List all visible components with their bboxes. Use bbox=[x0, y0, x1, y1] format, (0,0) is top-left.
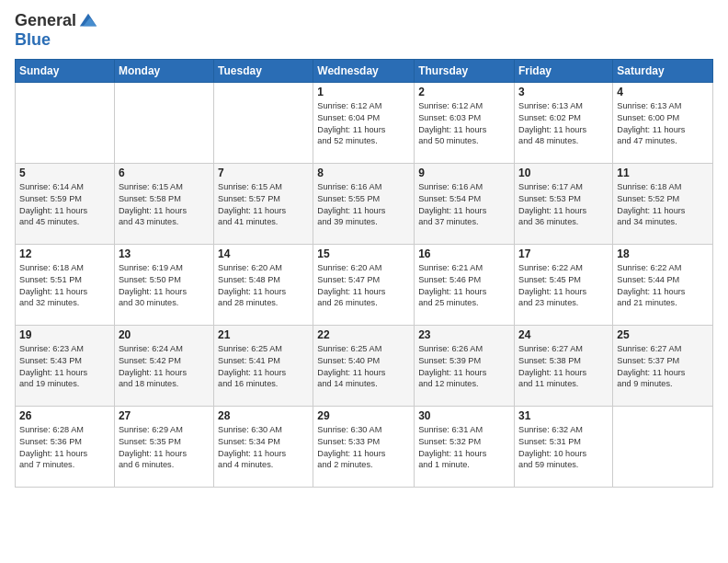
day-number: 21 bbox=[218, 328, 309, 341]
calendar-cell: 15Sunrise: 6:20 AM Sunset: 5:47 PM Dayli… bbox=[313, 244, 415, 325]
day-number: 15 bbox=[317, 247, 410, 260]
calendar-cell: 7Sunrise: 6:15 AM Sunset: 5:57 PM Daylig… bbox=[214, 163, 313, 244]
weekday-header: Saturday bbox=[613, 59, 713, 82]
page: General Blue SundayMondayTuesdayWednesda… bbox=[0, 0, 728, 563]
day-number: 14 bbox=[218, 247, 309, 260]
calendar-cell: 11Sunrise: 6:18 AM Sunset: 5:52 PM Dayli… bbox=[613, 163, 713, 244]
calendar-cell: 13Sunrise: 6:19 AM Sunset: 5:50 PM Dayli… bbox=[114, 244, 213, 325]
calendar-cell: 14Sunrise: 6:20 AM Sunset: 5:48 PM Dayli… bbox=[214, 244, 313, 325]
calendar-cell: 20Sunrise: 6:24 AM Sunset: 5:42 PM Dayli… bbox=[114, 325, 213, 406]
day-info: Sunrise: 6:24 AM Sunset: 5:42 PM Dayligh… bbox=[119, 343, 210, 391]
day-info: Sunrise: 6:13 AM Sunset: 6:02 PM Dayligh… bbox=[518, 100, 609, 148]
day-info: Sunrise: 6:12 AM Sunset: 6:04 PM Dayligh… bbox=[317, 100, 410, 148]
calendar-week-row: 12Sunrise: 6:18 AM Sunset: 5:51 PM Dayli… bbox=[16, 244, 713, 325]
day-number: 19 bbox=[19, 328, 110, 341]
day-info: Sunrise: 6:25 AM Sunset: 5:40 PM Dayligh… bbox=[317, 343, 410, 391]
day-number: 12 bbox=[19, 247, 110, 260]
day-info: Sunrise: 6:21 AM Sunset: 5:46 PM Dayligh… bbox=[418, 262, 510, 310]
day-info: Sunrise: 6:29 AM Sunset: 5:35 PM Dayligh… bbox=[119, 424, 210, 472]
calendar-header-row: SundayMondayTuesdayWednesdayThursdayFrid… bbox=[16, 59, 713, 82]
day-info: Sunrise: 6:25 AM Sunset: 5:41 PM Dayligh… bbox=[218, 343, 309, 391]
day-info: Sunrise: 6:20 AM Sunset: 5:47 PM Dayligh… bbox=[317, 262, 410, 310]
weekday-header: Sunday bbox=[16, 59, 115, 82]
day-number: 9 bbox=[418, 167, 510, 179]
day-info: Sunrise: 6:14 AM Sunset: 5:59 PM Dayligh… bbox=[19, 181, 110, 229]
day-info: Sunrise: 6:22 AM Sunset: 5:45 PM Dayligh… bbox=[518, 262, 609, 310]
calendar-cell: 28Sunrise: 6:30 AM Sunset: 5:34 PM Dayli… bbox=[214, 406, 313, 487]
calendar-cell: 21Sunrise: 6:25 AM Sunset: 5:41 PM Dayli… bbox=[214, 325, 313, 406]
day-number: 8 bbox=[317, 167, 410, 179]
day-info: Sunrise: 6:15 AM Sunset: 5:58 PM Dayligh… bbox=[119, 181, 210, 229]
day-info: Sunrise: 6:12 AM Sunset: 6:03 PM Dayligh… bbox=[418, 100, 510, 148]
day-info: Sunrise: 6:30 AM Sunset: 5:34 PM Dayligh… bbox=[218, 424, 309, 472]
day-number: 16 bbox=[418, 247, 510, 260]
weekday-header: Wednesday bbox=[313, 59, 415, 82]
calendar-cell: 23Sunrise: 6:26 AM Sunset: 5:39 PM Dayli… bbox=[415, 325, 515, 406]
weekday-header: Monday bbox=[114, 59, 213, 82]
calendar-cell: 17Sunrise: 6:22 AM Sunset: 5:45 PM Dayli… bbox=[515, 244, 613, 325]
calendar-cell: 29Sunrise: 6:30 AM Sunset: 5:33 PM Dayli… bbox=[313, 406, 415, 487]
day-info: Sunrise: 6:13 AM Sunset: 6:00 PM Dayligh… bbox=[617, 100, 709, 148]
day-info: Sunrise: 6:19 AM Sunset: 5:50 PM Dayligh… bbox=[119, 262, 210, 310]
calendar-week-row: 1Sunrise: 6:12 AM Sunset: 6:04 PM Daylig… bbox=[16, 82, 713, 163]
day-number: 25 bbox=[617, 328, 709, 341]
day-number: 20 bbox=[119, 328, 210, 341]
calendar-week-row: 19Sunrise: 6:23 AM Sunset: 5:43 PM Dayli… bbox=[16, 325, 713, 406]
calendar-cell: 9Sunrise: 6:16 AM Sunset: 5:54 PM Daylig… bbox=[415, 163, 515, 244]
calendar-cell: 27Sunrise: 6:29 AM Sunset: 5:35 PM Dayli… bbox=[114, 406, 213, 487]
weekday-header: Thursday bbox=[415, 59, 515, 82]
day-number: 17 bbox=[518, 247, 609, 260]
calendar-cell: 24Sunrise: 6:27 AM Sunset: 5:38 PM Dayli… bbox=[515, 325, 613, 406]
day-number: 27 bbox=[119, 409, 210, 422]
calendar-cell: 5Sunrise: 6:14 AM Sunset: 5:59 PM Daylig… bbox=[16, 163, 115, 244]
calendar-cell: 19Sunrise: 6:23 AM Sunset: 5:43 PM Dayli… bbox=[16, 325, 115, 406]
day-info: Sunrise: 6:30 AM Sunset: 5:33 PM Dayligh… bbox=[317, 424, 410, 472]
day-info: Sunrise: 6:27 AM Sunset: 5:37 PM Dayligh… bbox=[617, 343, 709, 391]
calendar-cell: 4Sunrise: 6:13 AM Sunset: 6:00 PM Daylig… bbox=[613, 82, 713, 163]
calendar-cell: 8Sunrise: 6:16 AM Sunset: 5:55 PM Daylig… bbox=[313, 163, 415, 244]
day-number: 1 bbox=[317, 86, 410, 98]
day-number: 4 bbox=[617, 86, 709, 98]
day-number: 7 bbox=[218, 167, 309, 179]
calendar-cell: 30Sunrise: 6:31 AM Sunset: 5:32 PM Dayli… bbox=[415, 406, 515, 487]
weekday-header: Friday bbox=[515, 59, 613, 82]
day-number: 10 bbox=[518, 167, 609, 179]
calendar-cell bbox=[114, 82, 213, 163]
day-number: 28 bbox=[218, 409, 309, 422]
logo-general: General bbox=[15, 12, 76, 30]
day-number: 18 bbox=[617, 247, 709, 260]
day-number: 22 bbox=[317, 328, 410, 341]
day-info: Sunrise: 6:18 AM Sunset: 5:52 PM Dayligh… bbox=[617, 181, 709, 229]
logo: General Blue bbox=[15, 11, 98, 50]
day-info: Sunrise: 6:18 AM Sunset: 5:51 PM Dayligh… bbox=[19, 262, 110, 310]
day-number: 3 bbox=[518, 86, 609, 98]
calendar-cell: 6Sunrise: 6:15 AM Sunset: 5:58 PM Daylig… bbox=[114, 163, 213, 244]
day-number: 5 bbox=[19, 167, 110, 179]
calendar-cell: 31Sunrise: 6:32 AM Sunset: 5:31 PM Dayli… bbox=[515, 406, 613, 487]
logo-icon bbox=[78, 11, 98, 31]
day-number: 29 bbox=[317, 409, 410, 422]
calendar-cell: 16Sunrise: 6:21 AM Sunset: 5:46 PM Dayli… bbox=[415, 244, 515, 325]
calendar: SundayMondayTuesdayWednesdayThursdayFrid… bbox=[15, 59, 713, 488]
day-number: 24 bbox=[518, 328, 609, 341]
day-info: Sunrise: 6:22 AM Sunset: 5:44 PM Dayligh… bbox=[617, 262, 709, 310]
logo-blue: Blue bbox=[15, 30, 51, 49]
day-number: 6 bbox=[119, 167, 210, 179]
calendar-cell: 25Sunrise: 6:27 AM Sunset: 5:37 PM Dayli… bbox=[613, 325, 713, 406]
day-info: Sunrise: 6:28 AM Sunset: 5:36 PM Dayligh… bbox=[19, 424, 110, 472]
calendar-cell: 18Sunrise: 6:22 AM Sunset: 5:44 PM Dayli… bbox=[613, 244, 713, 325]
day-info: Sunrise: 6:20 AM Sunset: 5:48 PM Dayligh… bbox=[218, 262, 309, 310]
calendar-week-row: 26Sunrise: 6:28 AM Sunset: 5:36 PM Dayli… bbox=[16, 406, 713, 487]
calendar-cell bbox=[613, 406, 713, 487]
day-info: Sunrise: 6:16 AM Sunset: 5:54 PM Dayligh… bbox=[418, 181, 510, 229]
day-number: 23 bbox=[418, 328, 510, 341]
calendar-cell: 26Sunrise: 6:28 AM Sunset: 5:36 PM Dayli… bbox=[16, 406, 115, 487]
calendar-cell bbox=[16, 82, 115, 163]
day-number: 2 bbox=[418, 86, 510, 98]
calendar-cell: 22Sunrise: 6:25 AM Sunset: 5:40 PM Dayli… bbox=[313, 325, 415, 406]
day-info: Sunrise: 6:15 AM Sunset: 5:57 PM Dayligh… bbox=[218, 181, 309, 229]
day-info: Sunrise: 6:27 AM Sunset: 5:38 PM Dayligh… bbox=[518, 343, 609, 391]
day-number: 31 bbox=[518, 409, 609, 422]
calendar-week-row: 5Sunrise: 6:14 AM Sunset: 5:59 PM Daylig… bbox=[16, 163, 713, 244]
day-info: Sunrise: 6:17 AM Sunset: 5:53 PM Dayligh… bbox=[518, 181, 609, 229]
